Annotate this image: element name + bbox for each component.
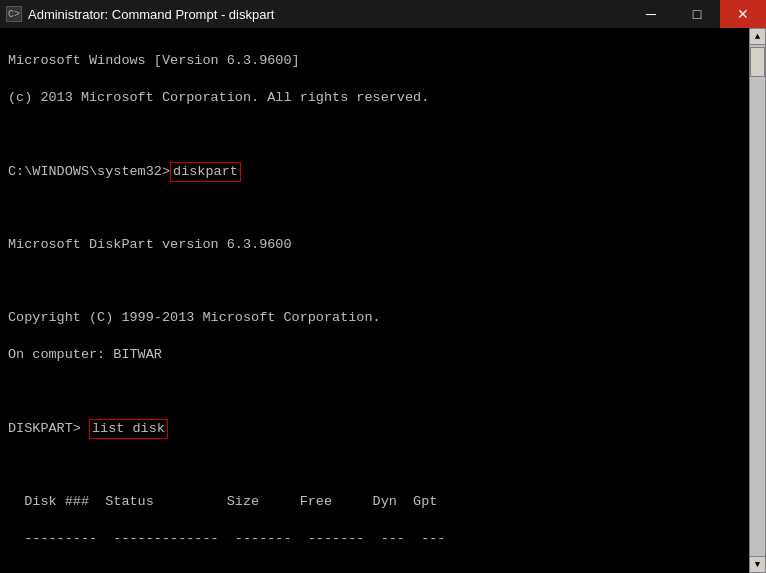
scrollbar: ▲ ▼ xyxy=(749,28,766,573)
minimize-button[interactable]: ─ xyxy=(628,0,674,28)
prompt-1: C:\WINDOWS\system32> xyxy=(8,163,170,181)
title-bar: C> Administrator: Command Prompt - diskp… xyxy=(0,0,766,28)
output-line-1: Microsoft Windows [Version 6.3.9600] xyxy=(8,52,741,70)
app-icon: C> xyxy=(6,6,22,22)
output-line-blank1 xyxy=(8,566,741,573)
col-headers: Disk ### Status Size Free Dyn Gpt xyxy=(8,493,741,511)
scroll-up-button[interactable]: ▲ xyxy=(749,28,766,45)
output-line-9: On computer: BITWAR xyxy=(8,346,741,364)
output-line-2: (c) 2013 Microsoft Corporation. All righ… xyxy=(8,89,741,107)
cmd-diskpart: diskpart xyxy=(170,162,241,182)
col-dividers: --------- ------------- ------- ------- … xyxy=(8,530,741,548)
window-controls: ─ □ ✕ xyxy=(628,0,766,28)
scroll-track[interactable] xyxy=(749,45,766,556)
prompt-2: DISKPART> xyxy=(8,420,89,438)
window-title: Administrator: Command Prompt - diskpart xyxy=(28,7,274,22)
terminal-output[interactable]: Microsoft Windows [Version 6.3.9600] (c)… xyxy=(0,28,749,573)
output-line-6: Microsoft DiskPart version 6.3.9600 xyxy=(8,236,741,254)
output-line-7 xyxy=(8,273,741,291)
close-button[interactable]: ✕ xyxy=(720,0,766,28)
command-listdisk-line: DISKPART> list disk xyxy=(8,419,741,439)
output-line-3 xyxy=(8,125,741,143)
scroll-down-button[interactable]: ▼ xyxy=(749,556,766,573)
output-line-8: Copyright (C) 1999-2013 Microsoft Corpor… xyxy=(8,309,741,327)
terminal-wrapper: Microsoft Windows [Version 6.3.9600] (c)… xyxy=(0,28,766,573)
cmd-listdisk: list disk xyxy=(89,419,168,439)
title-bar-left: C> Administrator: Command Prompt - diskp… xyxy=(6,6,274,22)
output-line-5 xyxy=(8,200,741,218)
output-line-10 xyxy=(8,382,741,400)
command-diskpart-line: C:\WINDOWS\system32>diskpart xyxy=(8,162,741,182)
maximize-button[interactable]: □ xyxy=(674,0,720,28)
output-line-12 xyxy=(8,457,741,475)
scroll-thumb[interactable] xyxy=(750,47,765,77)
